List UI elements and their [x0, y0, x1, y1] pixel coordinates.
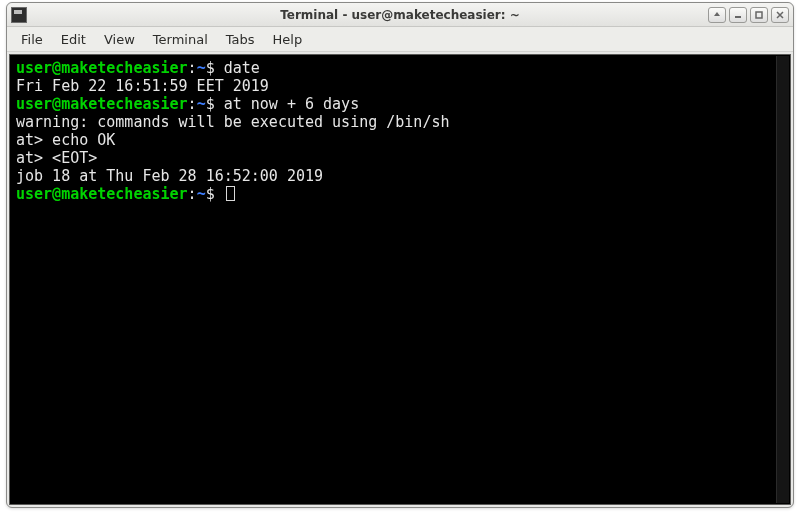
terminal-scrollbar[interactable] [776, 56, 789, 503]
prompt-user-host: user@maketecheasier [16, 185, 188, 203]
output-date: Fri Feb 22 16:51:59 EET 2019 [16, 77, 269, 95]
menu-terminal[interactable]: Terminal [145, 29, 216, 50]
prompt-symbol: $ [206, 59, 215, 77]
titlebar: Terminal - user@maketecheasier: ~ [7, 3, 793, 27]
prompt-user-host: user@maketecheasier [16, 59, 188, 77]
menu-view[interactable]: View [96, 29, 143, 50]
close-button[interactable] [771, 7, 789, 23]
menu-file[interactable]: File [13, 29, 51, 50]
prompt-symbol: $ [206, 95, 215, 113]
menubar: File Edit View Terminal Tabs Help [7, 27, 793, 52]
terminal-app-icon [11, 7, 27, 23]
prompt-sep: : [188, 95, 197, 113]
close-icon [776, 11, 784, 19]
arrow-up-icon [713, 11, 721, 19]
maximize-button[interactable] [750, 7, 768, 23]
prompt-cwd: ~ [197, 59, 206, 77]
window-controls [708, 7, 789, 23]
menu-help[interactable]: Help [265, 29, 311, 50]
prompt-cwd: ~ [197, 95, 206, 113]
terminal-window: Terminal - user@maketecheasier: ~ File E… [6, 2, 794, 508]
terminal-viewport[interactable]: user@maketecheasier:~$ date Fri Feb 22 1… [9, 54, 791, 505]
prompt-sep: : [188, 185, 197, 203]
prompt-user-host: user@maketecheasier [16, 95, 188, 113]
minimize-icon [734, 11, 742, 19]
svg-rect-0 [735, 16, 741, 18]
sticky-button[interactable] [708, 7, 726, 23]
prompt-sep: : [188, 59, 197, 77]
cmd-date: date [224, 59, 260, 77]
terminal-content[interactable]: user@maketecheasier:~$ date Fri Feb 22 1… [10, 55, 790, 207]
output-job: job 18 at Thu Feb 28 16:52:00 2019 [16, 167, 323, 185]
output-warning: warning: commands will be executed using… [16, 113, 449, 131]
terminal-cursor [226, 186, 235, 201]
prompt-symbol: $ [206, 185, 215, 203]
window-title: Terminal - user@maketecheasier: ~ [7, 8, 793, 22]
cmd-at: at now + 6 days [224, 95, 359, 113]
menu-edit[interactable]: Edit [53, 29, 94, 50]
at-prompt-eot: at> <EOT> [16, 149, 97, 167]
prompt-cwd: ~ [197, 185, 206, 203]
menu-tabs[interactable]: Tabs [218, 29, 263, 50]
svg-rect-1 [756, 12, 762, 18]
at-prompt-echo: at> echo OK [16, 131, 115, 149]
maximize-icon [755, 11, 763, 19]
minimize-button[interactable] [729, 7, 747, 23]
